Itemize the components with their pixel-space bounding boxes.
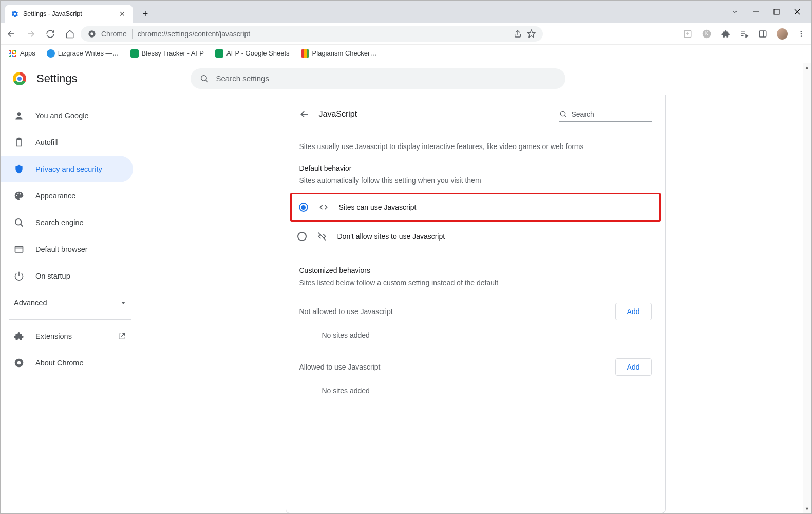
bookmark-label: Plagiarism Checker… [312,49,377,57]
share-icon[interactable] [514,30,522,38]
code-off-icon [317,231,327,242]
apps-icon [9,49,17,58]
svg-point-23 [801,35,802,37]
sidebar-label: On startup [35,272,70,280]
search-placeholder: Search settings [216,74,269,83]
svg-rect-19 [759,31,766,37]
back-button[interactable] [7,29,16,39]
option-allow-javascript[interactable]: Sites can use Javascript [290,193,661,222]
wordpress-icon [47,49,55,58]
home-button[interactable] [65,29,74,39]
bookmark-label: Apps [20,49,35,57]
person-icon [14,111,24,121]
vertical-scrollbar[interactable]: ▲ ▼ [803,63,811,513]
add-allowed-button[interactable]: Add [615,358,652,376]
reload-button[interactable] [46,29,55,39]
bookmark-item[interactable]: Plagiarism Checker… [301,49,377,58]
browser-tab-strip: Settings - JavaScript ✕ + [1,1,811,23]
sidebar-advanced-toggle[interactable]: Advanced [1,289,139,316]
search-settings-input[interactable]: Search settings [191,68,565,89]
option-label: Don't allow sites to use Javascript [337,232,445,241]
bookmark-label: Blessy Tracker - AFP [142,49,204,57]
svg-line-33 [21,224,23,226]
svg-point-32 [15,219,22,225]
collections-icon[interactable] [683,29,692,39]
bookmark-star-icon[interactable] [527,29,536,38]
settings-main: JavaScript Search Sites usually use Java… [139,95,811,513]
omnibox-url: chrome://settings/content/javascript [138,30,250,38]
bookmark-item[interactable]: AFP - Google Sheets [215,49,290,58]
sheets-icon [215,49,223,58]
sidebar-label: Default browser [35,245,88,253]
intro-text: Sites usually use Javascript to display … [286,122,665,164]
svg-line-43 [564,115,566,117]
window-close-button[interactable] [794,1,800,23]
chrome-icon [14,358,24,368]
svg-point-24 [201,75,206,81]
clipboard-icon [14,137,24,148]
svg-rect-1 [774,9,779,14]
settings-title: Settings [36,72,78,85]
svg-point-42 [560,111,565,116]
browser-icon [14,244,24,254]
svg-line-25 [205,80,207,82]
customized-behaviors-title: Customized behaviors [286,266,665,274]
profile-avatar[interactable] [777,28,788,40]
page-search-input[interactable]: Search [559,106,652,122]
sidebar-label: Autofill [35,138,58,146]
sidebar-item-autofill[interactable]: Autofill [1,129,139,156]
settings-gear-icon [11,10,19,18]
sidebar-item-appearance[interactable]: Appearance [1,182,139,209]
sidebar-label: Advanced [14,299,47,307]
scroll-down-icon[interactable]: ▼ [803,505,811,513]
page-title: JavaScript [319,109,357,119]
chevron-down-icon[interactable] [731,1,739,23]
puzzle-icon [14,331,24,341]
svg-marker-37 [121,302,125,304]
bookmark-apps[interactable]: Apps [9,49,35,58]
radio-unchecked-icon [297,232,307,241]
extensions-icon[interactable] [721,29,730,39]
forward-button [26,29,35,39]
browser-toolbar: Chrome chrome://settings/content/javascr… [1,23,811,45]
account-icon[interactable]: K [702,29,712,39]
sidebar-item-on-startup[interactable]: On startup [1,263,139,289]
chrome-logo-icon [13,72,26,85]
scroll-up-icon[interactable]: ▲ [803,63,811,71]
tab-close-button[interactable]: ✕ [118,9,127,19]
address-bar[interactable]: Chrome chrome://settings/content/javascr… [81,26,543,42]
sidebar-item-default-browser[interactable]: Default browser [1,236,139,263]
bookmark-item[interactable]: Blessy Tracker - AFP [130,49,204,58]
not-allowed-label: Not allowed to use Javascript [299,307,393,316]
search-icon [14,217,24,228]
customized-behaviors-subtitle: Sites listed below follow a custom setti… [286,274,665,295]
bookmark-item[interactable]: Lizgrace Writes —… [47,49,119,58]
svg-line-44 [318,233,326,241]
chrome-icon [88,30,96,38]
media-icon[interactable] [740,29,749,39]
add-not-allowed-button[interactable]: Add [615,303,652,320]
menu-icon[interactable] [797,30,805,38]
option-block-javascript[interactable]: Don't allow sites to use Javascript [290,222,661,251]
omnibox-prefix: Chrome [101,30,127,38]
window-maximize-button[interactable] [773,1,780,23]
browser-tab[interactable]: Settings - JavaScript ✕ [5,5,133,23]
window-minimize-button[interactable] [753,1,759,23]
sidebar-label: You and Google [35,112,88,120]
sst-icon [301,49,309,58]
sidebar-item-privacy-security[interactable]: Privacy and security [1,156,133,182]
settings-sidebar: You and Google Autofill Privacy and secu… [1,95,139,513]
new-tab-button[interactable]: + [138,7,153,21]
sidebar-label: Appearance [35,192,75,200]
sidebar-item-search-engine[interactable]: Search engine [1,209,139,236]
svg-marker-18 [746,34,748,37]
sidebar-item-you-and-google[interactable]: You and Google [1,102,139,129]
side-panel-icon[interactable] [758,29,767,39]
sidebar-item-extensions[interactable]: Extensions [1,323,139,350]
sidebar-item-about[interactable]: About Chrome [1,350,139,376]
option-label: Sites can use Javascript [339,203,417,211]
triangle-down-icon [121,300,126,305]
empty-allowed: No sites added [286,383,665,406]
svg-point-31 [20,193,21,194]
back-arrow-button[interactable] [299,109,310,119]
